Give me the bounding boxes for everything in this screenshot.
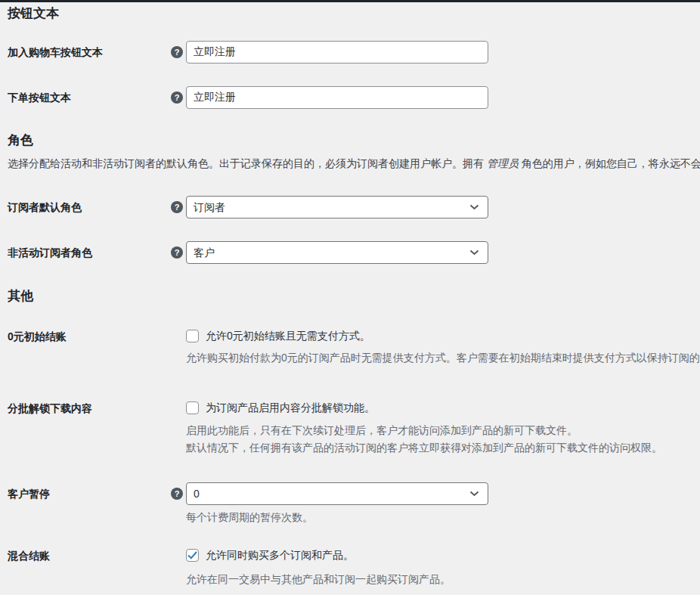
help-icon[interactable]: ? [171,91,183,104]
field-description-line: 默认情况下，任何拥有该产品的活动订阅的客户将立即获得对添加到产品的新可下载文件的… [186,439,700,457]
checkbox-label: 为订阅产品启用内容分批解锁功能。 [206,401,375,415]
field-label: 客户暂停 [0,482,171,500]
section-title-roles: 角色 [0,133,700,147]
form-row-drip-downloadable-content: 分批解锁下载内容 为订阅产品启用内容分批解锁功能。 启用此功能后，只有在下次续订… [0,401,700,457]
zero-checkout-checkbox[interactable] [186,330,199,342]
field-description-line: 启用此功能后，只有在下次续订处理后，客户才能访问添加到产品的新可下载文件。 [186,422,700,439]
roles-description-part2: 角色的用户，例如您自己，将永远不会被分配这些角色。 [519,157,700,169]
form-row-add-to-cart-text: 加入购物车按钮文本 ? [0,41,700,64]
customer-suspensions-select[interactable]: 0 [186,482,488,505]
field-label: 加入购物车按钮文本 [0,41,171,59]
section-divider [0,0,700,2]
roles-description-part1: 选择分配给活动和非活动订阅者的默认角色。出于记录保存的目的，必须为订阅者创建用户… [8,157,487,169]
chevron-down-icon [469,491,479,497]
checkbox-label: 允许0元初始结账且无需支付方式。 [206,329,370,343]
settings-page: { "colors": { "page_bg": "#f0f0f1", "top… [0,0,700,595]
field-description: 每个计费周期的暂停次数。 [186,510,700,525]
select-value: 0 [194,488,200,500]
form-row-mixed-checkout: 混合结账 允许同时购买多个订阅和产品。 允许在同一交易中与其他产品和订阅一起购买… [0,548,700,587]
field-label: 下单按钮文本 [0,86,171,104]
field-label: 非活动订阅者角色 [0,241,171,259]
select-value: 客户 [194,246,215,259]
form-row-zero-initial-checkout: 0元初始结账 允许0元初始结账且无需支付方式。 允许购买初始付款为0元的订阅产品… [0,329,700,365]
section-title-button-text: 按钮文本 [0,6,700,20]
roles-description: 选择分配给活动和非活动订阅者的默认角色。出于记录保存的目的，必须为订阅者创建用户… [8,156,700,171]
drip-downloads-checkbox[interactable] [186,401,199,414]
field-description: 启用此功能后，只有在下次续订处理后，客户才能访问添加到产品的新可下载文件。 默认… [186,422,700,457]
form-row-inactive-subscriber-role: 非活动订阅者角色 ? 客户 [0,241,700,264]
form-row-subscriber-role: 订阅者默认角色 ? 订阅者 [0,196,700,218]
field-label: 混合结账 [0,548,171,562]
help-icon[interactable]: ? [171,488,183,500]
form-row-place-order-text: 下单按钮文本 ? [0,86,700,109]
chevron-down-icon [469,249,479,256]
field-label: 0元初始结账 [0,329,171,343]
help-icon[interactable]: ? [171,46,183,58]
mixed-checkout-checkbox[interactable] [186,549,199,562]
help-icon[interactable]: ? [171,246,183,259]
form-row-customer-suspensions: 客户暂停 ? 0 每个计费周期的暂停次数。 [0,482,700,525]
place-order-text-input[interactable] [186,86,488,109]
select-value: 订阅者 [194,201,225,213]
field-label: 分批解锁下载内容 [0,401,171,415]
subscriber-role-select[interactable]: 订阅者 [186,196,488,218]
section-title-miscellaneous: 其他 [0,289,700,303]
checkbox-label: 允许同时购买多个订阅和产品。 [206,548,354,562]
chevron-down-icon [469,204,479,210]
field-label: 订阅者默认角色 [0,196,171,214]
add-to-cart-text-input[interactable] [186,41,488,64]
roles-description-emphasis: 管理员 [487,157,519,169]
field-description: 允许购买初始付款为0元的订阅产品时无需提供支付方式。客户需要在初始期结束时提供支… [186,351,700,365]
inactive-subscriber-role-select[interactable]: 客户 [186,241,488,264]
field-description: 允许在同一交易中与其他产品和订阅一起购买订阅产品。 [186,572,700,587]
help-icon[interactable]: ? [171,201,183,213]
